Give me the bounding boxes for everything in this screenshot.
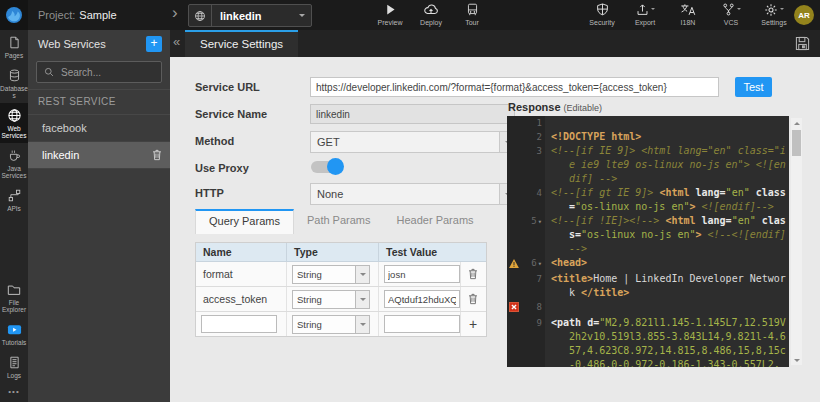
nav-overflow-button[interactable]: •••	[0, 383, 28, 402]
export-button[interactable]: Export	[631, 2, 659, 26]
nav-top-group: PagesDatabasesWeb ServicesJava ServicesA…	[0, 30, 28, 216]
gutter-marker	[507, 186, 520, 214]
param-name: access_token	[196, 293, 267, 305]
use-proxy-toggle[interactable]	[311, 161, 341, 173]
app-logo[interactable]	[0, 0, 28, 30]
action-label: Tour	[465, 19, 479, 26]
service-name-input[interactable]	[310, 104, 515, 124]
method-select[interactable]: GET	[310, 131, 517, 153]
settings-button[interactable]: Settings	[760, 2, 788, 26]
code-text: <!--[if IE 9]> <html lang="en" class="ie…	[545, 144, 789, 186]
table-header-row: Name Type Test Value	[196, 243, 486, 262]
breadcrumb-chevron-icon: ›	[172, 3, 178, 23]
scroll-down-arrow-icon[interactable]	[791, 355, 802, 365]
sidebar-item-pages[interactable]: Pages	[0, 30, 28, 63]
tab-service-settings[interactable]: Service Settings	[185, 30, 298, 57]
gutter-marker	[507, 144, 520, 186]
service-item-facebook[interactable]: facebook	[28, 115, 170, 142]
tab-query-params[interactable]: Query Params	[195, 209, 294, 234]
fold-caret-icon[interactable]: ▾	[538, 260, 542, 268]
method-value: GET	[311, 136, 499, 148]
sidebar-item-web-services[interactable]: Web Services	[0, 103, 28, 143]
error-icon	[507, 300, 520, 316]
line-number: 8	[520, 300, 545, 316]
scrollbar-thumb[interactable]	[792, 130, 801, 156]
deploy-button[interactable]: Deploy	[417, 2, 445, 26]
sidebar-item-label: Pages	[0, 52, 28, 59]
panel-title: Web Services	[38, 38, 146, 50]
fold-caret-icon[interactable]: ▾	[538, 218, 542, 226]
globe-icon	[7, 108, 22, 123]
cloud-upload-icon	[423, 2, 439, 17]
service-settings-content: Service URL Test Service Name Method GET…	[170, 57, 820, 402]
vcs-button[interactable]: VCS	[717, 2, 745, 26]
code-line: 9<path d="M2,9.821l1.145-1.145L7,12.519V…	[507, 316, 789, 367]
sidebar-item-label: Databases	[0, 85, 28, 99]
code-text: <title>Home | LinkedIn Developer Network…	[545, 272, 789, 300]
search-input[interactable]	[59, 66, 153, 79]
sidebar-item-logs[interactable]: Logs	[0, 350, 28, 383]
service-selector-dropdown[interactable]: linkedin	[188, 4, 312, 27]
chevron-down-icon	[651, 8, 655, 12]
type-select[interactable]: String	[292, 265, 370, 284]
add-row-button[interactable]: +	[469, 318, 477, 330]
sidebar-item-java-services[interactable]: Java Services	[0, 143, 28, 183]
test-value-input[interactable]	[384, 315, 460, 333]
tour-button[interactable]: Tour	[458, 2, 486, 26]
logs-icon	[8, 355, 21, 370]
i18n-button[interactable]: I18N	[674, 2, 702, 26]
avatar[interactable]: AR	[794, 5, 814, 25]
test-button[interactable]: Test	[735, 77, 772, 97]
service-url-input[interactable]	[310, 77, 719, 97]
chevron-down-icon	[355, 266, 369, 283]
action-label: Deploy	[420, 19, 442, 26]
response-editable-note: (Editable)	[564, 103, 603, 113]
code-line: 2<!DOCTYPE html>	[507, 130, 789, 144]
project-name: Sample	[79, 9, 116, 21]
sidebar-item-apis[interactable]: APIs	[0, 183, 28, 216]
test-value-input[interactable]	[384, 290, 460, 308]
coffee-icon	[8, 148, 21, 163]
top-bar: Project:Sample › linkedin PreviewDeployT…	[0, 0, 820, 30]
scroll-up-arrow-icon[interactable]	[791, 118, 802, 128]
preview-button[interactable]: Preview	[376, 2, 404, 26]
wave-logo-icon	[5, 6, 23, 24]
response-code-editor[interactable]: 12<!DOCTYPE html>3<!--[if IE 9]> <html l…	[507, 116, 789, 367]
service-search-box[interactable]	[36, 61, 162, 83]
column-header-type: Type	[286, 243, 378, 261]
name-input[interactable]	[201, 315, 277, 333]
security-button[interactable]: Security	[588, 2, 616, 26]
type-select[interactable]: String	[292, 315, 370, 334]
play-icon	[384, 2, 397, 17]
rest-service-section-header: REST SERVICE	[28, 89, 170, 115]
save-icon[interactable]	[795, 36, 810, 51]
service-url-label: Service URL	[195, 77, 300, 97]
trash-icon[interactable]	[468, 293, 478, 305]
http-auth-select[interactable]: None	[310, 183, 517, 205]
trash-icon[interactable]	[152, 149, 162, 161]
test-value-input[interactable]	[384, 265, 460, 283]
type-select[interactable]: String	[292, 290, 370, 309]
query-params-table: Name Type Test Value formatStringaccess_…	[195, 242, 487, 337]
tab-header-params[interactable]: Header Params	[384, 209, 487, 234]
left-nav-rail: PagesDatabasesWeb ServicesJava ServicesA…	[0, 30, 28, 402]
service-item-label: facebook	[42, 115, 170, 141]
editor-scrollbar[interactable]	[791, 118, 802, 365]
service-item-label: linkedin	[42, 142, 152, 168]
tab-path-params[interactable]: Path Params	[294, 209, 384, 234]
globe-icon	[189, 5, 212, 26]
folder-icon	[7, 282, 21, 297]
chevron-down-icon	[355, 316, 369, 333]
code-text	[545, 300, 789, 316]
use-proxy-label: Use Proxy	[195, 158, 300, 178]
sidebar-item-databases[interactable]: Databases	[0, 63, 28, 103]
service-name-label: Service Name	[195, 104, 300, 124]
sidebar-item-tutorials[interactable]: Tutorials	[0, 317, 28, 350]
trash-icon[interactable]	[468, 268, 478, 280]
sidebar-item-file-explorer[interactable]: File Explorer	[0, 277, 28, 317]
add-service-button[interactable]: +	[146, 36, 162, 52]
collapse-panel-icon[interactable]: «	[173, 34, 180, 49]
action-label: VCS	[724, 19, 738, 26]
code-text	[545, 116, 789, 130]
service-item-linkedin[interactable]: linkedin	[28, 142, 170, 169]
